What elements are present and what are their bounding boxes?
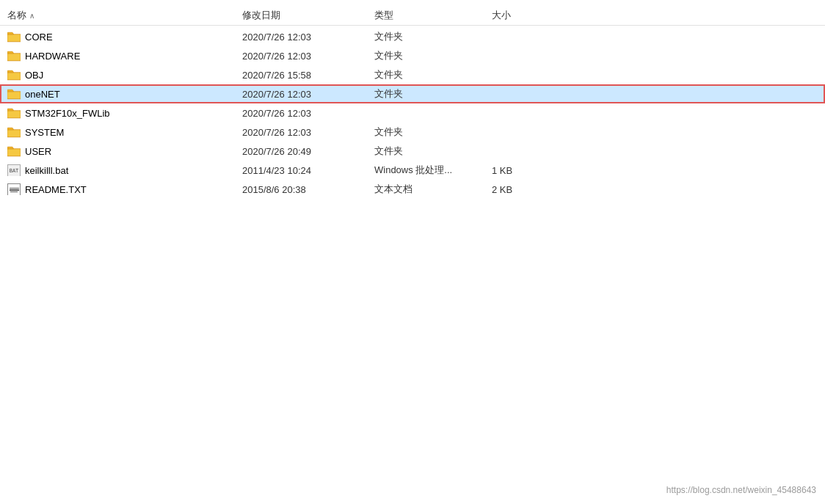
folder-icon xyxy=(7,69,21,81)
table-row[interactable]: BAT keilkilll.bat 2011/4/23 10:24 Window… xyxy=(0,161,825,180)
col-size-label: 大小 xyxy=(492,10,511,21)
file-name-text: HARDWARE xyxy=(25,51,80,62)
folder-icon xyxy=(7,126,21,138)
svg-rect-0 xyxy=(7,34,21,42)
svg-rect-4 xyxy=(7,73,21,80)
file-explorer: 名称 ∧ 修改日期 类型 大小 CORE 2020/7/26 12:03 文件夹 xyxy=(0,0,825,504)
file-cell-name: SYSTEM xyxy=(7,126,242,138)
file-name-text: STM32F10x_FWLib xyxy=(25,108,110,119)
file-name-text: keilkilll.bat xyxy=(25,165,68,176)
svg-rect-6 xyxy=(7,92,21,99)
file-cell-type: Windows 批处理... xyxy=(374,164,492,177)
file-cell-type: 文件夹 xyxy=(374,68,492,81)
col-date-header[interactable]: 修改日期 xyxy=(242,9,374,22)
file-name-text: OBJ xyxy=(25,70,43,81)
col-type-label: 类型 xyxy=(374,10,393,21)
file-name-text: SYSTEM xyxy=(25,127,64,138)
svg-rect-8 xyxy=(7,111,21,118)
file-cell-name: README.TXT xyxy=(7,183,242,195)
svg-rect-2 xyxy=(7,54,21,61)
file-cell-type: 文件夹 xyxy=(374,145,492,158)
file-cell-type: 文本文档 xyxy=(374,183,492,196)
bat-icon: BAT xyxy=(7,164,21,176)
file-cell-date: 2020/7/26 12:03 xyxy=(242,51,374,62)
file-cell-date: 2015/8/6 20:38 xyxy=(242,184,374,195)
folder-icon xyxy=(7,50,21,62)
file-cell-size: 2 KB xyxy=(492,184,565,195)
svg-rect-12 xyxy=(7,149,21,156)
file-cell-name: OBJ xyxy=(7,69,242,81)
file-cell-name: STM32F10x_FWLib xyxy=(7,107,242,119)
file-cell-name: USER xyxy=(7,145,242,157)
file-name-text: CORE xyxy=(25,32,53,43)
folder-icon xyxy=(7,145,21,157)
col-date-label: 修改日期 xyxy=(242,10,280,21)
folder-icon xyxy=(7,107,21,119)
file-cell-type: 文件夹 xyxy=(374,87,492,101)
col-type-header[interactable]: 类型 xyxy=(374,9,492,22)
table-row[interactable]: OBJ 2020/7/26 15:58 文件夹 xyxy=(0,65,825,84)
file-cell-name: HARDWARE xyxy=(7,50,242,62)
file-cell-name: BAT keilkilll.bat xyxy=(7,164,242,176)
file-cell-date: 2011/4/23 10:24 xyxy=(242,165,374,176)
col-name-header[interactable]: 名称 ∧ xyxy=(7,9,242,22)
file-cell-size: 1 KB xyxy=(492,165,565,176)
file-cell-date: 2020/7/26 12:03 xyxy=(242,32,374,43)
table-row[interactable]: CORE 2020/7/26 12:03 文件夹 xyxy=(0,27,825,46)
file-name-text: oneNET xyxy=(25,89,60,100)
folder-icon xyxy=(7,88,21,100)
col-size-header[interactable]: 大小 xyxy=(492,9,565,22)
file-cell-date: 2020/7/26 12:03 xyxy=(242,89,374,100)
table-row[interactable]: SYSTEM 2020/7/26 12:03 文件夹 xyxy=(0,123,825,142)
file-cell-date: 2020/7/26 12:03 xyxy=(242,108,374,119)
txt-icon xyxy=(7,183,21,195)
file-cell-type: 文件夹 xyxy=(374,30,492,43)
folder-icon xyxy=(7,31,21,43)
file-cell-date: 2020/7/26 12:03 xyxy=(242,127,374,138)
file-cell-type: 文件夹 xyxy=(374,125,492,139)
file-cell-name: CORE xyxy=(7,31,242,43)
col-name-label: 名称 xyxy=(7,9,26,22)
file-cell-type: 文件夹 xyxy=(374,49,492,62)
sort-arrow-icon: ∧ xyxy=(29,12,34,20)
table-row[interactable]: oneNET 2020/7/26 12:03 文件夹 xyxy=(0,84,825,103)
svg-rect-10 xyxy=(7,130,21,137)
file-cell-name: oneNET xyxy=(7,88,242,100)
column-header: 名称 ∧ 修改日期 类型 大小 xyxy=(0,6,825,26)
file-cell-date: 2020/7/26 15:58 xyxy=(242,70,374,81)
file-list: CORE 2020/7/26 12:03 文件夹 HARDWARE 2020/7… xyxy=(0,27,825,199)
file-cell-date: 2020/7/26 20:49 xyxy=(242,146,374,157)
watermark: https://blog.csdn.net/weixin_45488643 xyxy=(666,485,816,495)
table-row[interactable]: STM32F10x_FWLib 2020/7/26 12:03 xyxy=(0,103,825,123)
file-name-text: USER xyxy=(25,146,51,157)
table-row[interactable]: USER 2020/7/26 20:49 文件夹 xyxy=(0,142,825,161)
file-name-text: README.TXT xyxy=(25,184,87,195)
table-row[interactable]: README.TXT 2015/8/6 20:38 文本文档 2 KB xyxy=(0,180,825,199)
table-row[interactable]: HARDWARE 2020/7/26 12:03 文件夹 xyxy=(0,46,825,65)
